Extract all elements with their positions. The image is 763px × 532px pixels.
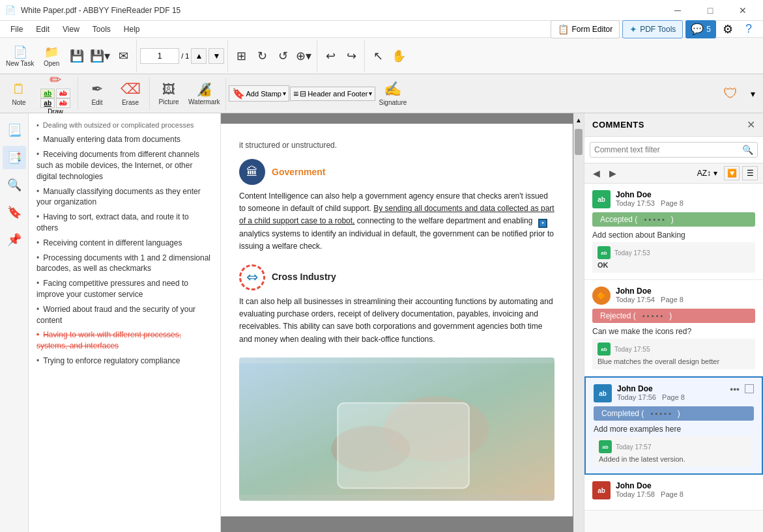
watermark-icon: 🔏: [196, 81, 212, 97]
next-comment-button[interactable]: ▶: [606, 167, 620, 180]
save-button[interactable]: 💾: [67, 40, 87, 72]
redo-button[interactable]: ↪: [341, 40, 361, 72]
sidebar-bookmarks-button[interactable]: 🔖: [3, 201, 26, 224]
view-mode-2-button[interactable]: ↺: [273, 40, 293, 72]
page-down-button[interactable]: ▼: [209, 48, 224, 64]
image-svg: [239, 357, 554, 501]
minimize-button[interactable]: ─: [663, 0, 693, 21]
filter-comments-button[interactable]: 🔽: [724, 166, 740, 180]
cross-industry-text: It can also help all businesses in strea…: [239, 296, 554, 346]
vertical-scrollbar[interactable]: ▲ ▼: [573, 113, 584, 532]
pdf-viewer[interactable]: ▲ ▼ it structured or unstructured. 🏛 Gov…: [221, 113, 584, 532]
page-up-button[interactable]: ▲: [191, 48, 207, 64]
comment-filter-input[interactable]: [594, 145, 742, 154]
comment-2-text: Can we make the icons red?: [592, 327, 755, 336]
protect-dropdown-button[interactable]: ▾: [745, 82, 760, 105]
signature-tool-button[interactable]: ✍ Signature: [376, 76, 409, 111]
header-footer-button[interactable]: ≡ ⊟ Header and Footer ▾: [290, 87, 376, 101]
picture-tool-button[interactable]: 🖼 Picture: [152, 76, 185, 111]
add-stamp-button[interactable]: 🔖 Add Stamp ▾: [229, 85, 289, 102]
erase-tool-button[interactable]: ⌫ Erase: [114, 76, 147, 111]
sort-dropdown-icon: ▾: [713, 169, 717, 178]
separator-2: [227, 40, 228, 72]
separator-erase: [149, 77, 150, 110]
header-footer-label: Header and Footer: [308, 90, 367, 98]
header-footer-dropdown-icon: ▾: [369, 90, 372, 97]
email-button[interactable]: ✉: [113, 40, 133, 72]
annotation-toolbar: 📄 New Task 📁 Open 💾 💾▾ ✉ / 1 ▲ ▼ ⊞ ↻ ↺ ⊕…: [0, 38, 763, 74]
settings-button[interactable]: ⚙: [719, 20, 737, 38]
sidebar-page-thumbnail-button[interactable]: 📃: [3, 119, 26, 142]
draw-underline-button[interactable]: ab: [40, 98, 55, 108]
sidebar-search-button[interactable]: 🔍: [3, 173, 26, 197]
picture-icon: 🖼: [162, 82, 175, 97]
scroll-up-button[interactable]: ▲: [573, 113, 584, 126]
comments-close-button[interactable]: ✕: [747, 119, 755, 131]
menu-help[interactable]: Help: [119, 23, 145, 35]
menu-file[interactable]: File: [5, 23, 28, 35]
comments-list: ab John Doe Today 17:53 Page 8 Accepted …: [584, 184, 763, 532]
newtask-button[interactable]: 📄 New Task: [4, 40, 36, 72]
comment-marker[interactable]: ▪: [538, 219, 547, 228]
reply-1-header: ab Today 17:53: [597, 246, 750, 259]
watermark-tool-button[interactable]: 🔏 Watermark: [186, 76, 223, 111]
open-button[interactable]: 📁 Open: [37, 40, 66, 72]
select-button[interactable]: ↖: [368, 40, 388, 72]
close-button[interactable]: ✕: [728, 0, 758, 21]
maximize-button[interactable]: □: [695, 0, 725, 21]
protect-button[interactable]: 🛡: [719, 82, 742, 105]
pdf-tools-button[interactable]: ✦ PDF Tools: [622, 20, 683, 38]
save-options-button[interactable]: 💾▾: [88, 40, 112, 72]
left-sidebar: 📃 📑 🔍 🔖 📌: [0, 113, 29, 532]
page-nav: / 1 ▲ ▼: [140, 48, 224, 64]
erase-label: Erase: [122, 99, 139, 106]
add-stamp-label: Add Stamp: [246, 90, 281, 98]
menu-edit[interactable]: Edit: [31, 23, 55, 35]
toc-panel: Dealing with outsized or complicated pro…: [29, 113, 221, 532]
undo-button[interactable]: ↩: [321, 40, 340, 72]
erase-icon: ⌫: [121, 81, 141, 98]
comment-3-more-button[interactable]: •••: [730, 384, 740, 395]
cross-industry-icon: ⇔: [239, 264, 265, 290]
layout-comments-button[interactable]: ☰: [742, 166, 758, 180]
scrollbar-thumb[interactable]: [575, 129, 583, 155]
note-tool-button[interactable]: 🗒 Note: [3, 76, 35, 111]
rotate-button[interactable]: ↻: [252, 40, 272, 72]
government-section: 🏛 Government Content Intelligence can al…: [239, 159, 554, 253]
newtask-label: New Task: [6, 60, 34, 67]
draw-highlight-button[interactable]: ab: [40, 89, 55, 98]
toc-item-11: Trying to enforce regulatory compliance: [36, 354, 212, 369]
stamp-dropdown-icon: ▾: [283, 90, 286, 97]
edit-tool-button[interactable]: ✒ Edit: [81, 76, 113, 111]
comment-2-time: Today 17:54 Page 8: [616, 296, 755, 303]
comment-3-checkbox[interactable]: [745, 384, 754, 393]
sort-button[interactable]: AZ↕ ▾: [693, 167, 721, 179]
form-editor-button[interactable]: 📋 Form Editor: [551, 20, 620, 38]
sidebar-notes-button[interactable]: 📌: [3, 228, 26, 251]
window-controls: ─ □ ✕: [663, 0, 758, 21]
view-mode-1-button[interactable]: ⊞: [231, 40, 251, 72]
help-button[interactable]: ?: [740, 20, 758, 38]
draw-strikethrough-button[interactable]: ab: [56, 89, 70, 98]
hand-button[interactable]: ✋: [389, 40, 409, 72]
comment-item-3[interactable]: ab John Doe Today 17:56 Page 8 ••• Compl…: [584, 376, 763, 475]
prev-comment-button[interactable]: ◀: [590, 167, 603, 180]
comment-1-header: ab John Doe Today 17:53 Page 8: [592, 190, 755, 208]
sidebar-toc-button[interactable]: 📑: [3, 146, 26, 169]
page-number-input[interactable]: [140, 48, 179, 64]
separator-4: [364, 40, 365, 72]
view-options-button[interactable]: ⊕▾: [294, 40, 313, 72]
comment-4-meta: John Doe Today 17:58 Page 8: [616, 481, 755, 498]
menu-view[interactable]: View: [57, 23, 85, 35]
toc-item-3: Receiving documents from different chann…: [36, 147, 212, 184]
toc-item-7: Processing documents with 1 and 2 dimens…: [36, 251, 212, 277]
menu-tools[interactable]: Tools: [87, 23, 116, 35]
open-label: Open: [44, 60, 59, 67]
reply-2-text: Blue matches the overall design better: [597, 357, 750, 365]
comments-count-btn[interactable]: 💬 5: [685, 20, 716, 38]
draw-color-button[interactable]: ab: [56, 98, 70, 108]
comment-1-reply: ab Today 17:53 OK: [592, 242, 755, 273]
reply-1-time: Today 17:53: [614, 249, 650, 257]
comment-1-meta: John Doe Today 17:53 Page 8: [616, 190, 755, 207]
redo-icon: ↪: [347, 49, 356, 63]
